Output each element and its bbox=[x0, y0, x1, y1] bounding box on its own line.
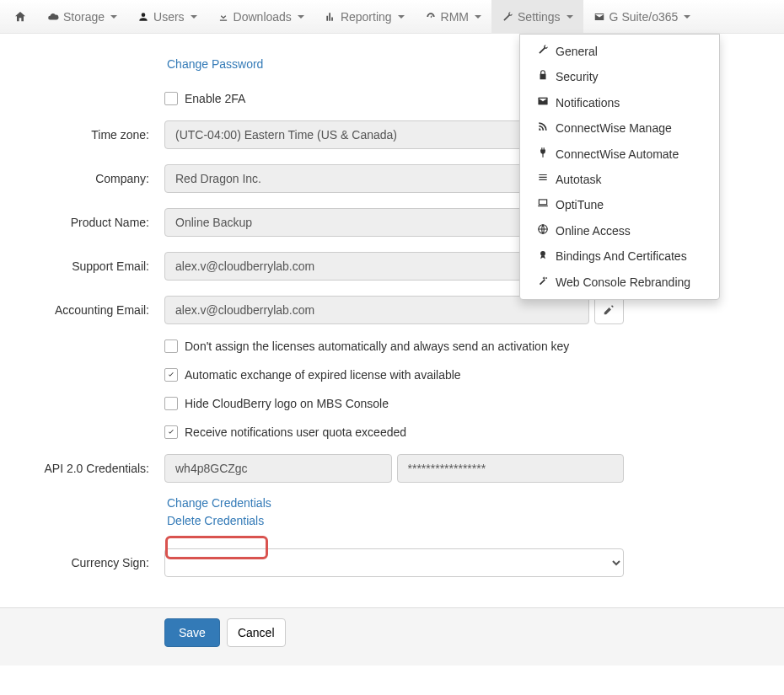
menu-autotask[interactable]: Autotask bbox=[520, 167, 719, 192]
envelope-icon bbox=[537, 94, 549, 112]
list-icon bbox=[537, 170, 549, 189]
save-button[interactable]: Save bbox=[164, 618, 220, 647]
accounting-email-label: Accounting Email: bbox=[0, 303, 164, 317]
wrench-icon bbox=[537, 42, 549, 61]
caret-icon bbox=[110, 15, 117, 19]
nav-reporting-label: Reporting bbox=[341, 10, 392, 24]
dont-assign-label: Don't assign the licenses automatically … bbox=[185, 339, 569, 353]
currency-sign-label: Currency Sign: bbox=[0, 556, 164, 569]
menu-online-access-label: Online Access bbox=[556, 222, 631, 240]
menu-rebranding[interactable]: Web Console Rebranding bbox=[520, 270, 719, 295]
svg-point-2 bbox=[540, 251, 545, 256]
menu-security[interactable]: Security bbox=[520, 64, 719, 89]
home-icon bbox=[13, 10, 27, 24]
api-user-field bbox=[164, 454, 392, 483]
settings-dropdown: General Security Notifications ConnectWi… bbox=[519, 34, 720, 300]
download-icon bbox=[217, 11, 229, 23]
footer-bar: Save Cancel bbox=[0, 607, 784, 666]
menu-online-access[interactable]: Online Access bbox=[520, 218, 719, 243]
menu-bindings[interactable]: Bindings And Certificates bbox=[520, 243, 719, 269]
hide-logo-label: Hide CloudBerry logo on MBS Console bbox=[185, 397, 389, 410]
quota-notify-checkbox[interactable] bbox=[164, 425, 178, 439]
nav-settings-label: Settings bbox=[518, 10, 561, 24]
menu-cw-manage-label: ConnectWise Manage bbox=[556, 119, 672, 137]
rss-icon bbox=[537, 119, 549, 137]
quota-notify-label: Receive notifications user quota exceede… bbox=[185, 425, 406, 439]
lock-icon bbox=[537, 67, 549, 86]
caret-icon bbox=[475, 15, 481, 19]
nav-downloads-label: Downloads bbox=[234, 10, 292, 24]
menu-notifications[interactable]: Notifications bbox=[520, 90, 719, 115]
menu-notifications-label: Notifications bbox=[556, 94, 620, 112]
hide-logo-checkbox[interactable] bbox=[164, 397, 178, 410]
nav-users-label: Users bbox=[153, 10, 185, 24]
dont-assign-checkbox[interactable] bbox=[164, 339, 178, 353]
user-icon bbox=[137, 11, 149, 23]
timezone-label: Time zone: bbox=[0, 128, 164, 142]
nav-storage[interactable]: Storage bbox=[37, 0, 127, 34]
auto-exchange-label: Automatic exchange of expired license wi… bbox=[185, 368, 461, 382]
caret-icon bbox=[191, 15, 197, 19]
api-secret-field bbox=[397, 454, 625, 483]
menu-cw-automate[interactable]: ConnectWise Automate bbox=[520, 142, 719, 167]
envelope-icon bbox=[593, 11, 605, 23]
laptop-icon bbox=[537, 195, 549, 214]
chart-icon bbox=[325, 11, 336, 23]
caret-icon bbox=[398, 15, 405, 19]
api-credentials-label: API 2.0 Credentials: bbox=[0, 462, 164, 475]
certificate-icon bbox=[537, 247, 549, 265]
support-email-label: Support Email: bbox=[0, 259, 164, 273]
cancel-button[interactable]: Cancel bbox=[227, 618, 286, 647]
delete-credentials-link[interactable]: Delete Credentials bbox=[167, 512, 750, 530]
menu-security-label: Security bbox=[556, 67, 599, 86]
nav-storage-label: Storage bbox=[63, 10, 105, 24]
nav-settings[interactable]: Settings bbox=[491, 0, 583, 34]
wand-icon bbox=[537, 273, 549, 291]
enable-2fa-checkbox[interactable] bbox=[164, 92, 178, 105]
nav-reporting[interactable]: Reporting bbox=[314, 0, 415, 34]
auto-exchange-checkbox[interactable] bbox=[164, 368, 178, 382]
svg-rect-0 bbox=[539, 200, 546, 205]
menu-optitune[interactable]: OptiTune bbox=[520, 192, 719, 217]
dashboard-icon bbox=[425, 11, 437, 23]
currency-sign-select[interactable] bbox=[164, 548, 624, 577]
wrench-icon bbox=[502, 11, 513, 23]
nav-gsuite-label: G Suite/o365 bbox=[609, 10, 679, 24]
company-label: Company: bbox=[0, 172, 164, 185]
top-navbar: Storage Users Downloads Reporting RMM Se bbox=[0, 0, 784, 34]
nav-home[interactable] bbox=[3, 0, 37, 34]
menu-optitune-label: OptiTune bbox=[556, 195, 604, 214]
plug-icon bbox=[537, 145, 549, 163]
edit-accounting-email-button[interactable] bbox=[594, 296, 624, 324]
enable-2fa-label: Enable 2FA bbox=[185, 92, 245, 105]
menu-general-label: General bbox=[556, 42, 598, 61]
change-credentials-link[interactable]: Change Credentials bbox=[167, 495, 750, 512]
nav-rmm[interactable]: RMM bbox=[415, 0, 491, 34]
nav-gsuite[interactable]: G Suite/o365 bbox=[583, 0, 701, 34]
accounting-email-field bbox=[164, 296, 589, 324]
product-name-label: Product Name: bbox=[0, 216, 164, 229]
caret-icon bbox=[298, 15, 304, 19]
caret-icon bbox=[684, 15, 690, 19]
nav-users[interactable]: Users bbox=[127, 0, 207, 34]
menu-autotask-label: Autotask bbox=[556, 170, 601, 189]
cloud-icon bbox=[47, 11, 59, 23]
menu-cw-manage[interactable]: ConnectWise Manage bbox=[520, 115, 719, 141]
menu-rebranding-label: Web Console Rebranding bbox=[556, 273, 690, 291]
menu-general[interactable]: General bbox=[520, 39, 719, 64]
caret-icon bbox=[567, 15, 573, 19]
nav-rmm-label: RMM bbox=[441, 10, 469, 24]
nav-downloads[interactable]: Downloads bbox=[207, 0, 314, 34]
menu-bindings-label: Bindings And Certificates bbox=[556, 247, 687, 265]
menu-cw-automate-label: ConnectWise Automate bbox=[556, 145, 679, 163]
globe-icon bbox=[537, 222, 549, 240]
